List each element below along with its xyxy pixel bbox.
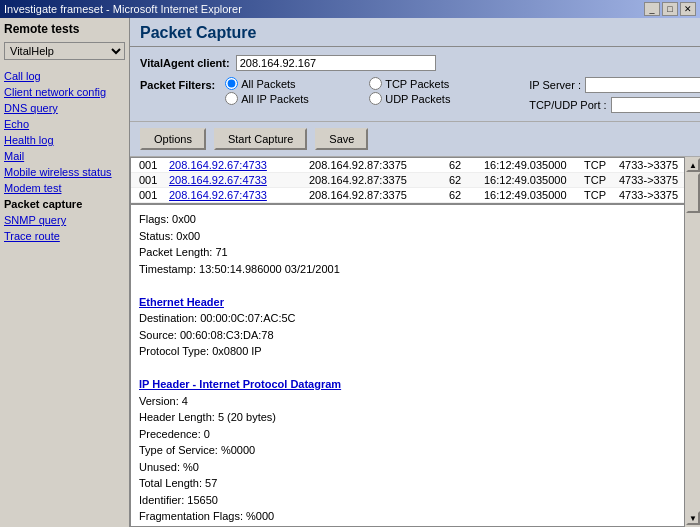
ethernet-header-link[interactable]: Ethernet Header xyxy=(139,294,691,311)
detail-version: Version: 4 xyxy=(139,393,691,410)
maximize-button[interactable]: □ xyxy=(662,2,678,16)
filter-udp-packets[interactable]: UDP Packets xyxy=(369,92,509,105)
buttons-row: Options Start Capture Save xyxy=(130,122,700,157)
table-row: 001 208.164.92.67:4733 208.164.92.87:337… xyxy=(131,158,699,173)
sidebar-item-dns-query[interactable]: DNS query xyxy=(4,100,125,116)
packet-section: 001 208.164.92.67:4733 208.164.92.87:337… xyxy=(130,157,700,527)
sidebar-item-call-log[interactable]: Call log xyxy=(4,68,125,84)
sidebar-dropdown[interactable]: VitalHelp xyxy=(4,42,125,60)
detail-frag-flags: Fragmentation Flags: %000 xyxy=(139,508,691,525)
filter-right: IP Server : TCP/UDP Port : xyxy=(529,77,700,113)
window-title: Investigate frameset - Microsoft Interne… xyxy=(4,3,242,15)
save-button[interactable]: Save xyxy=(315,128,368,150)
detail-timestamp: Timestamp: 13:50:14.986000 03/21/2001 xyxy=(139,261,691,278)
client-input[interactable] xyxy=(236,55,436,71)
sidebar-title: Remote tests xyxy=(4,22,125,36)
scroll-up-button[interactable]: ▲ xyxy=(686,158,700,172)
tcp-port-select[interactable] xyxy=(611,97,700,113)
form-section: VitalAgent client: Packet Filters: All P… xyxy=(130,47,700,122)
scroll-thumb[interactable] xyxy=(686,173,700,213)
detail-precedence: Precedence: 0 xyxy=(139,426,691,443)
window-controls[interactable]: _ □ ✕ xyxy=(644,2,696,16)
detail-source-mac: Source: 00:60:08:C3:DA:78 xyxy=(139,327,691,344)
minimize-button[interactable]: _ xyxy=(644,2,660,16)
scrollbar[interactable]: ▲ ▼ xyxy=(684,157,700,527)
tcp-port-row: TCP/UDP Port : xyxy=(529,97,700,113)
sidebar-item-health-log[interactable]: Health log xyxy=(4,132,125,148)
packet-src-link[interactable]: 208.164.92.67:4733 xyxy=(165,159,305,171)
title-bar: Investigate frameset - Microsoft Interne… xyxy=(0,0,700,18)
table-row: 001 208.164.92.67:4733 208.164.92.87:337… xyxy=(131,173,699,188)
ip-server-label: IP Server : xyxy=(529,79,581,91)
sidebar-item-mail[interactable]: Mail xyxy=(4,148,125,164)
detail-area: Flags: 0x00 Status: 0x00 Packet Length: … xyxy=(130,204,700,527)
ip-header-link[interactable]: IP Header - Internet Protocol Datagram xyxy=(139,376,691,393)
sidebar-item-client-network-config[interactable]: Client network config xyxy=(4,84,125,100)
filter-tcp-packets[interactable]: TCP Packets xyxy=(369,77,509,90)
filter-grid: All Packets TCP Packets All IP Packets U… xyxy=(225,77,509,105)
detail-total-length: Total Length: 57 xyxy=(139,475,691,492)
content-area: Packet Capture VitalAgent client: Packet… xyxy=(130,18,700,527)
filter-all-ip-packets[interactable]: All IP Packets xyxy=(225,92,365,105)
start-capture-button[interactable]: Start Capture xyxy=(214,128,307,150)
detail-destination: Destination: 00:00:0C:07:AC:5C xyxy=(139,310,691,327)
main-container: Remote tests VitalHelp Call logClient ne… xyxy=(0,18,700,527)
client-label: VitalAgent client: xyxy=(140,57,230,69)
filters-section: Packet Filters: All Packets TCP Packets … xyxy=(140,77,690,113)
close-button[interactable]: ✕ xyxy=(680,2,696,16)
detail-header-length: Header Length: 5 (20 bytes) xyxy=(139,409,691,426)
table-row: 001 208.164.92.67:4733 208.164.92.87:337… xyxy=(131,188,699,203)
tcp-port-label: TCP/UDP Port : xyxy=(529,99,606,111)
sidebar-item-packet-capture[interactable]: Packet capture xyxy=(4,196,125,212)
packet-list: 001 208.164.92.67:4733 208.164.92.87:337… xyxy=(130,157,700,204)
detail-unused: Unused: %0 xyxy=(139,459,691,476)
detail-status: Status: 0x00 xyxy=(139,228,691,245)
sidebar-item-echo[interactable]: Echo xyxy=(4,116,125,132)
packet-src-link[interactable]: 208.164.92.67:4733 xyxy=(165,174,305,186)
detail-flags: Flags: 0x00 xyxy=(139,211,691,228)
detail-identifier: Identifier: 15650 xyxy=(139,492,691,509)
sidebar-nav: Call logClient network configDNS queryEc… xyxy=(4,68,125,244)
sidebar-item-mobile-wireless-status[interactable]: Mobile wireless status xyxy=(4,164,125,180)
client-row: VitalAgent client: xyxy=(140,55,690,71)
scroll-down-button[interactable]: ▼ xyxy=(686,511,700,525)
sidebar-item-modem-test[interactable]: Modem test xyxy=(4,180,125,196)
ip-server-row: IP Server : xyxy=(529,77,700,93)
sidebar: Remote tests VitalHelp Call logClient ne… xyxy=(0,18,130,527)
filter-all-packets[interactable]: All Packets xyxy=(225,77,365,90)
sidebar-item-snmp-query[interactable]: SNMP query xyxy=(4,212,125,228)
detail-protocol-type: Protocol Type: 0x0800 IP xyxy=(139,343,691,360)
options-button[interactable]: Options xyxy=(140,128,206,150)
detail-type-of-service: Type of Service: %0000 xyxy=(139,442,691,459)
filters-label: Packet Filters: xyxy=(140,77,215,91)
page-title: Packet Capture xyxy=(130,18,700,47)
ip-server-input[interactable] xyxy=(585,77,700,93)
detail-packet-length: Packet Length: 71 xyxy=(139,244,691,261)
packet-src-link[interactable]: 208.164.92.67:4733 xyxy=(165,189,305,201)
sidebar-item-trace-route[interactable]: Trace route xyxy=(4,228,125,244)
